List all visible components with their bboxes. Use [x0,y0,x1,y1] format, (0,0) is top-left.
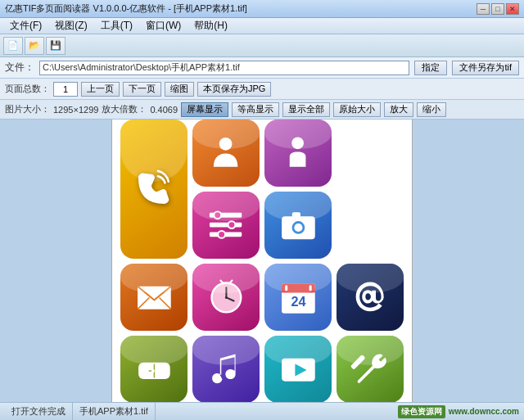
svg-point-33 [148,373,151,376]
menu-tools[interactable]: 工具(T) [94,18,139,34]
next-page-button[interactable]: 下一页 [123,82,161,97]
menu-bar: 文件(F) 视图(Z) 工具(T) 窗口(W) 帮助(H) [0,18,524,34]
menu-view[interactable]: 视图(Z) [48,18,93,34]
app-icon-calendar: 24 [264,264,332,331]
prev-page-button[interactable]: 上一页 [81,82,120,97]
phone-icon [132,143,175,234]
icon-grid: 24 [120,120,404,402]
svg-point-35 [151,369,154,373]
minimize-button[interactable]: ─ [477,3,490,15]
app-icon-at [337,264,404,331]
svg-point-34 [145,369,148,373]
svg-point-32 [148,366,151,369]
app-icon-music [192,336,260,403]
toolbar-new[interactable]: 📄 [3,37,23,55]
svg-text:24: 24 [291,294,305,309]
title-controls: ─ □ ✕ [477,3,519,15]
app-icon-clock [192,264,260,331]
app-icon-mail [120,264,187,331]
status-file-info: 手机APP素材1.tif [73,403,156,420]
toolbar: 📄 📂 💾 [0,34,524,57]
svg-rect-3 [210,223,242,228]
zoom-factor-label: 放大倍数： [102,103,147,115]
zoom-factor-value: 0.4069 [150,105,178,115]
image-canvas: 24 [111,120,413,402]
menu-help[interactable]: 帮助(H) [187,18,234,34]
thumb-button[interactable]: 缩图 [165,82,194,97]
status-bar: 打开文件完成 手机APP素材1.tif 绿色资源网 www.downcc.com [0,402,524,420]
original-size-button[interactable]: 原始大小 [333,102,381,117]
menu-file[interactable]: 文件(F) [3,18,48,34]
svg-point-7 [219,231,226,238]
status-open-msg: 打开文件完成 [5,403,73,420]
zoom-out-button[interactable]: 缩小 [417,102,446,117]
content-area: 24 [0,120,524,402]
image-size-value: 1295×1299 [53,105,98,115]
zoom-in-button[interactable]: 放大 [384,102,413,117]
status-logo: 绿色资源网 www.downcc.com [398,405,519,418]
app-icon-video [264,336,332,403]
fit-height-button[interactable]: 等高显示 [232,102,279,117]
confirm-button[interactable]: 指定 [414,61,447,75]
logo-box: 绿色资源网 [398,405,445,418]
svg-point-10 [294,224,302,232]
svg-point-6 [228,221,236,228]
filepath-label: 文件： [5,61,34,75]
app-icon-phone [120,120,187,259]
image-size-label: 图片大小： [5,103,50,115]
app-icon-person-male [192,120,260,187]
title-bar-text: 亿惠TIF多页面阅读器 V1.0.0.0-亿惠软件 - [手机APP素材1.ti… [5,2,477,15]
page-controls-bar: 页面总数： 上一页 下一页 缩图 本页保存为JPG [0,79,524,100]
filepath-input[interactable] [39,61,409,75]
toolbar-save[interactable]: 💾 [46,37,66,55]
page-total-input[interactable] [53,82,78,97]
menu-window[interactable]: 窗口(W) [139,18,187,34]
svg-point-36 [158,367,162,371]
svg-point-37 [162,371,166,375]
toolbar-open[interactable]: 📂 [25,37,44,55]
app-icon-game [120,336,187,403]
show-all-button[interactable]: 显示全部 [282,102,330,117]
save-jpg-button[interactable]: 本页保存为JPG [197,82,271,97]
app-icon-person-female [264,120,332,187]
svg-point-20 [224,296,227,299]
save-as-button[interactable]: 文件另存为tif [452,61,519,75]
logo-url: www.downcc.com [449,407,519,416]
filepath-bar: 文件： 指定 文件另存为tif [0,57,524,79]
page-total-label: 页面总数： [5,83,50,95]
maximize-button[interactable]: □ [491,3,504,15]
close-button[interactable]: ✕ [506,3,519,15]
zoom-bar: 图片大小： 1295×1299 放大倍数： 0.4069 屏幕显示 等高显示 显… [0,100,524,120]
title-bar: 亿惠TIF多页面阅读器 V1.0.0.0-亿惠软件 - [手机APP素材1.ti… [0,0,524,18]
app-icon-tools [337,336,404,403]
app-icon-camera [264,192,332,259]
fit-page-button[interactable]: 屏幕显示 [181,102,228,117]
app-icon-settings [192,192,260,259]
